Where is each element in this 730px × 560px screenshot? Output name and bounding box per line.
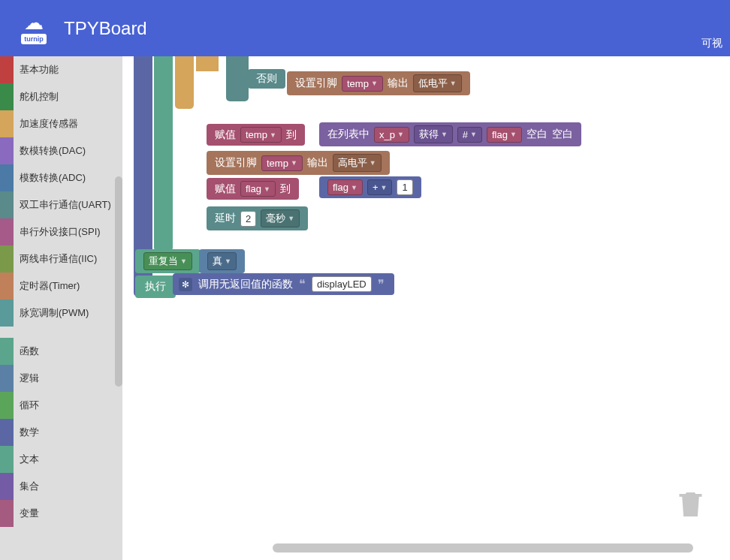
block-list-get[interactable]: 在列表中 x_p▼ 获得▼ #▼ flag▼ 空白 空白	[318, 121, 583, 148]
sidebar-item-variables[interactable]: 变量	[0, 500, 122, 527]
block-set-pin-low[interactable]: 设置引脚 temp▼ 输出 低电平▼	[285, 70, 472, 97]
sidebar-item-logic[interactable]: 逻辑	[0, 365, 122, 392]
sidebar-item-loops[interactable]: 循环	[0, 392, 122, 419]
field-true[interactable]: 真▼	[207, 252, 237, 270]
block-call-function[interactable]: ✻ 调用无返回值的函数 ❝ displayLED ❞	[171, 272, 396, 297]
gear-icon[interactable]: ✻	[179, 278, 192, 291]
sidebar: 基本功能 舵机控制 加速度传感器 数模转换(DAC) 模数转换(ADC) 双工串…	[0, 56, 122, 560]
block-assign-temp[interactable]: 赋值 temp▼ 到	[205, 122, 306, 147]
field-hash[interactable]: #▼	[457, 127, 482, 143]
horizontal-scrollbar[interactable]	[273, 543, 693, 552]
field-xp-var[interactable]: x_p▼	[374, 127, 409, 143]
field-flag-assign[interactable]: flag▼	[240, 181, 276, 197]
header-right-label[interactable]: 可视	[701, 37, 722, 50]
quote-left-icon: ❝	[299, 277, 306, 291]
sidebar-item-functions[interactable]: 函数	[0, 338, 122, 365]
field-temp-assign[interactable]: temp▼	[240, 127, 282, 143]
sidebar-item-text[interactable]: 文本	[0, 446, 122, 473]
field-low-level[interactable]: 低电平▼	[413, 74, 462, 92]
logo-text: turnip	[21, 34, 47, 44]
sidebar-item-iic[interactable]: 两线串行通信(IIC)	[0, 245, 122, 272]
field-flag-var[interactable]: flag▼	[487, 127, 522, 143]
sidebar-item-spi[interactable]: 串行外设接口(SPI)	[0, 218, 122, 245]
sidebar-item-timer[interactable]: 定时器(Timer)	[0, 272, 122, 300]
sidebar-item-accel[interactable]: 加速度传感器	[0, 110, 122, 137]
field-plus[interactable]: +▼	[367, 179, 393, 195]
main-area: 基本功能 舵机控制 加速度传感器 数模转换(DAC) 模数转换(ADC) 双工串…	[0, 56, 730, 560]
block-else[interactable]: 否则	[246, 68, 287, 90]
sidebar-item-servo[interactable]: 舵机控制	[0, 83, 122, 110]
block-repeat-while[interactable]: 重复当▼	[134, 248, 202, 275]
sidebar-item-dac[interactable]: 数模转换(DAC)	[0, 137, 122, 164]
field-repeat[interactable]: 重复当▼	[143, 252, 192, 270]
trash-icon[interactable]	[674, 485, 707, 522]
sidebar-item-math[interactable]: 数学	[0, 419, 122, 446]
header: ☁ turnip TPYBoard 可视	[0, 0, 730, 56]
sidebar-item-pwm[interactable]: 脉宽调制(PWM)	[0, 300, 122, 327]
block-set-pin-high[interactable]: 设置引脚 temp▼ 输出 高电平▼	[205, 149, 391, 176]
sidebar-item-basic[interactable]: 基本功能	[0, 56, 122, 83]
field-get[interactable]: 获得▼	[414, 125, 453, 143]
field-one[interactable]: 1	[397, 179, 412, 195]
sidebar-item-lists[interactable]: 集合	[0, 473, 122, 500]
field-high-level[interactable]: 高电平▼	[333, 154, 382, 172]
logo: ☁ turnip	[15, 11, 53, 45]
block-assign-flag[interactable]: 赋值 flag▼ 到	[205, 176, 300, 201]
field-display-led[interactable]: displayLED	[312, 276, 372, 292]
sidebar-scrollbar[interactable]	[115, 176, 122, 387]
field-delay-value[interactable]: 2	[240, 211, 256, 227]
page-title: TPYBoard	[64, 18, 147, 39]
field-temp-high[interactable]: temp▼	[261, 155, 303, 171]
quote-right-icon: ❞	[378, 277, 385, 291]
block-true[interactable]: 真▼	[198, 248, 246, 275]
workspace[interactable]: 否则 设置引脚 temp▼ 输出 低电平▼ 赋值 temp▼ 到 在列表中 x_…	[122, 56, 730, 560]
else-label: 否则	[256, 72, 277, 86]
logo-cloud-icon: ☁	[24, 13, 44, 32]
field-millisec[interactable]: 毫秒▼	[261, 209, 300, 227]
sidebar-item-uart[interactable]: 双工串行通信(UART)	[0, 191, 122, 218]
block-delay[interactable]: 延时 2 毫秒▼	[205, 205, 309, 232]
field-flag-rhs[interactable]: flag▼	[327, 179, 363, 195]
field-temp-var[interactable]: temp▼	[342, 76, 383, 92]
sidebar-item-adc[interactable]: 模数转换(ADC)	[0, 164, 122, 191]
block-flag-plus-1[interactable]: flag▼ +▼ 1	[318, 175, 423, 200]
